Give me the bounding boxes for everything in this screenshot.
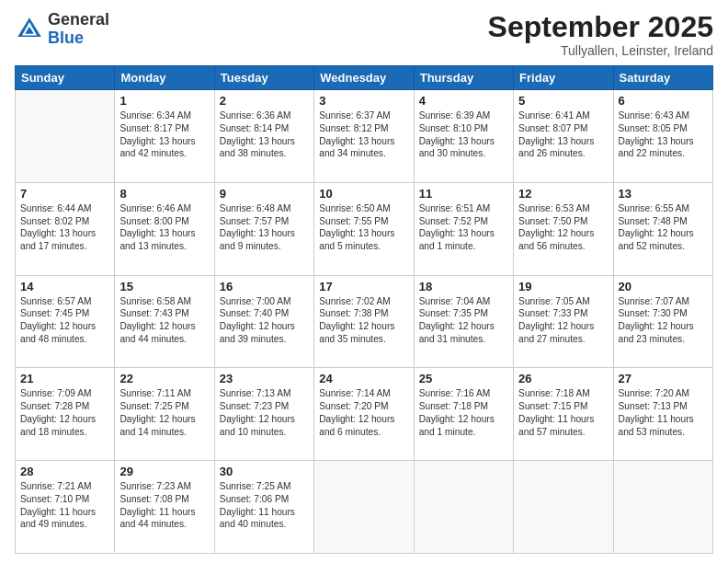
day-number: 11: [419, 187, 508, 201]
daylight-text: Daylight: 12 hours and 14 minutes.: [119, 413, 209, 439]
sunset-text: Sunset: 8:12 PM: [319, 122, 408, 135]
day-number: 1: [119, 94, 209, 108]
calendar-cell-w1d6: 13 Sunrise: 6:55 AM Sunset: 7:48 PM Dayl…: [613, 182, 712, 275]
sunset-text: Sunset: 7:35 PM: [419, 307, 508, 320]
sunset-text: Sunset: 7:25 PM: [119, 400, 209, 413]
sunrise-text: Sunrise: 6:48 AM: [220, 202, 309, 215]
title-block: September 2025 Tullyallen, Leinster, Ire…: [488, 11, 713, 58]
daylight-text: Daylight: 12 hours and 18 minutes.: [20, 413, 109, 439]
sunset-text: Sunset: 7:48 PM: [619, 215, 708, 228]
sunrise-text: Sunrise: 7:11 AM: [119, 387, 209, 400]
sunrise-text: Sunrise: 6:58 AM: [119, 295, 209, 308]
day-number: 10: [319, 187, 408, 201]
day-number: 23: [220, 372, 309, 385]
calendar-cell-w4d4: [414, 461, 513, 554]
sunrise-text: Sunrise: 7:20 AM: [619, 387, 708, 400]
calendar-cell-w2d4: 18 Sunrise: 7:04 AM Sunset: 7:35 PM Dayl…: [414, 275, 513, 368]
calendar-cell-w0d6: 6 Sunrise: 6:43 AM Sunset: 8:05 PM Dayli…: [613, 90, 712, 183]
sunrise-text: Sunrise: 7:09 AM: [20, 387, 109, 400]
day-number: 16: [220, 280, 309, 293]
month-title: September 2025: [488, 11, 713, 43]
daylight-text: Daylight: 11 hours and 40 minutes.: [220, 506, 309, 532]
daylight-text: Daylight: 13 hours and 30 minutes.: [419, 135, 508, 161]
sunset-text: Sunset: 8:14 PM: [220, 122, 309, 135]
day-number: 25: [419, 372, 508, 385]
sunset-text: Sunset: 8:00 PM: [119, 215, 209, 228]
sunrise-text: Sunrise: 6:39 AM: [419, 109, 508, 122]
sunset-text: Sunset: 7:30 PM: [619, 307, 708, 320]
calendar-cell-w4d2: 30 Sunrise: 7:25 AM Sunset: 7:06 PM Dayl…: [214, 461, 313, 554]
day-number: 20: [619, 280, 708, 293]
calendar-cell-w0d4: 4 Sunrise: 6:39 AM Sunset: 8:10 PM Dayli…: [414, 90, 513, 183]
sunset-text: Sunset: 7:40 PM: [220, 307, 309, 320]
header: General Blue September 2025 Tullyallen, …: [15, 11, 713, 58]
day-number: 24: [319, 372, 408, 385]
day-number: 7: [20, 187, 109, 201]
sunrise-text: Sunrise: 7:21 AM: [20, 480, 109, 493]
day-number: 5: [518, 94, 608, 108]
calendar-cell-w2d1: 15 Sunrise: 6:58 AM Sunset: 7:43 PM Dayl…: [115, 275, 214, 368]
calendar-cell-w3d4: 25 Sunrise: 7:16 AM Sunset: 7:18 PM Dayl…: [414, 368, 513, 461]
day-number: 8: [119, 187, 209, 201]
calendar-cell-w2d5: 19 Sunrise: 7:05 AM Sunset: 7:33 PM Dayl…: [514, 275, 613, 368]
sunset-text: Sunset: 8:10 PM: [419, 122, 508, 135]
col-monday: Monday: [115, 66, 214, 90]
sunrise-text: Sunrise: 7:00 AM: [220, 295, 309, 308]
sunrise-text: Sunrise: 6:44 AM: [20, 202, 109, 215]
logo-general: General: [48, 11, 109, 29]
sunrise-text: Sunrise: 7:16 AM: [419, 387, 508, 400]
calendar-cell-w1d4: 11 Sunrise: 6:51 AM Sunset: 7:52 PM Dayl…: [414, 182, 513, 275]
calendar-cell-w0d1: 1 Sunrise: 6:34 AM Sunset: 8:17 PM Dayli…: [115, 90, 214, 183]
day-number: 13: [619, 187, 708, 201]
daylight-text: Daylight: 13 hours and 34 minutes.: [319, 135, 408, 161]
calendar-cell-w4d6: [613, 461, 712, 554]
calendar-cell-w0d2: 2 Sunrise: 6:36 AM Sunset: 8:14 PM Dayli…: [214, 90, 313, 183]
sunrise-text: Sunrise: 7:02 AM: [319, 295, 408, 308]
calendar-cell-w2d6: 20 Sunrise: 7:07 AM Sunset: 7:30 PM Dayl…: [613, 275, 712, 368]
sunrise-text: Sunrise: 7:18 AM: [518, 387, 608, 400]
day-number: 17: [319, 280, 408, 293]
calendar-header-row: Sunday Monday Tuesday Wednesday Thursday…: [16, 66, 713, 90]
calendar-cell-w2d0: 14 Sunrise: 6:57 AM Sunset: 7:45 PM Dayl…: [16, 275, 115, 368]
calendar-cell-w0d5: 5 Sunrise: 6:41 AM Sunset: 8:07 PM Dayli…: [514, 90, 613, 183]
col-saturday: Saturday: [613, 66, 712, 90]
daylight-text: Daylight: 12 hours and 39 minutes.: [220, 320, 309, 346]
calendar-week-row-2: 14 Sunrise: 6:57 AM Sunset: 7:45 PM Dayl…: [16, 275, 713, 368]
logo-icon: [15, 15, 44, 44]
calendar-week-row-4: 28 Sunrise: 7:21 AM Sunset: 7:10 PM Dayl…: [16, 461, 713, 554]
day-number: 9: [220, 187, 309, 201]
daylight-text: Daylight: 13 hours and 13 minutes.: [119, 227, 209, 253]
page: General Blue September 2025 Tullyallen, …: [0, 0, 728, 563]
day-number: 26: [518, 372, 608, 385]
sunrise-text: Sunrise: 6:55 AM: [619, 202, 708, 215]
sunset-text: Sunset: 8:02 PM: [20, 215, 109, 228]
sunrise-text: Sunrise: 6:41 AM: [518, 109, 608, 122]
sunrise-text: Sunrise: 7:14 AM: [319, 387, 408, 400]
daylight-text: Daylight: 12 hours and 48 minutes.: [20, 320, 109, 346]
sunrise-text: Sunrise: 7:13 AM: [220, 387, 309, 400]
daylight-text: Daylight: 12 hours and 1 minute.: [419, 413, 508, 439]
sunrise-text: Sunrise: 6:50 AM: [319, 202, 408, 215]
daylight-text: Daylight: 13 hours and 17 minutes.: [20, 227, 109, 253]
calendar-cell-w3d5: 26 Sunrise: 7:18 AM Sunset: 7:15 PM Dayl…: [514, 368, 613, 461]
day-number: 28: [20, 465, 109, 478]
daylight-text: Daylight: 13 hours and 9 minutes.: [220, 227, 309, 253]
calendar-cell-w3d1: 22 Sunrise: 7:11 AM Sunset: 7:25 PM Dayl…: [115, 368, 214, 461]
sunset-text: Sunset: 7:45 PM: [20, 307, 109, 320]
day-number: 29: [119, 465, 209, 478]
calendar-cell-w3d0: 21 Sunrise: 7:09 AM Sunset: 7:28 PM Dayl…: [16, 368, 115, 461]
day-number: 18: [419, 280, 508, 293]
sunrise-text: Sunrise: 6:37 AM: [319, 109, 408, 122]
daylight-text: Daylight: 12 hours and 23 minutes.: [619, 320, 708, 346]
col-tuesday: Tuesday: [214, 66, 313, 90]
calendar-cell-w1d0: 7 Sunrise: 6:44 AM Sunset: 8:02 PM Dayli…: [16, 182, 115, 275]
sunset-text: Sunset: 7:18 PM: [419, 400, 508, 413]
logo-text: General Blue: [48, 11, 109, 48]
day-number: 12: [518, 187, 608, 201]
daylight-text: Daylight: 13 hours and 38 minutes.: [220, 135, 309, 161]
calendar-cell-w0d3: 3 Sunrise: 6:37 AM Sunset: 8:12 PM Dayli…: [314, 90, 414, 183]
sunrise-text: Sunrise: 7:25 AM: [220, 480, 309, 493]
daylight-text: Daylight: 12 hours and 52 minutes.: [619, 227, 708, 253]
logo-blue: Blue: [48, 29, 109, 48]
daylight-text: Daylight: 12 hours and 44 minutes.: [119, 320, 209, 346]
